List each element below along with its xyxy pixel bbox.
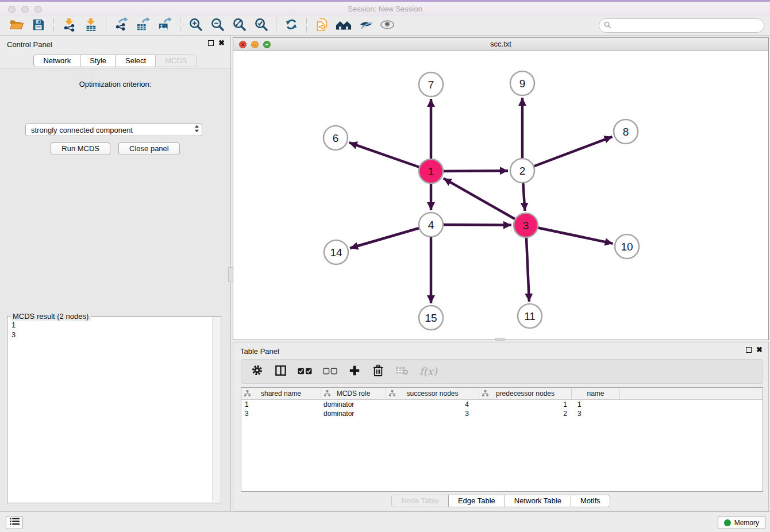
refresh-icon (284, 17, 298, 34)
tab-style[interactable]: Style (80, 55, 116, 67)
criterion-dropdown[interactable]: strongly connected component (25, 124, 202, 136)
tab-motifs[interactable]: Motifs (571, 495, 610, 507)
export-network-button[interactable] (110, 17, 132, 34)
export-image-button[interactable] (154, 17, 176, 34)
graph-node-label-2: 2 (519, 165, 526, 177)
control-panel: Control Panel ✖ NetworkStyleSelectMCDS O… (0, 36, 231, 511)
column-header-predecessor-nodes[interactable]: predecessor nodes (479, 388, 572, 399)
cell-shared-name[interactable]: 1 (241, 400, 321, 409)
toolbar-separator (180, 18, 180, 33)
task-history-button[interactable] (6, 516, 23, 529)
tab-node-table[interactable]: Node Table (391, 495, 449, 507)
graph-node-label-4: 4 (428, 219, 434, 231)
network-view-window: ✕ – + scc.txt 7968124314101511 (233, 37, 769, 340)
memory-button[interactable]: Memory (718, 516, 765, 529)
mcds-result-box: MCDS result (2 nodes) 1 3 (7, 316, 221, 503)
mcds-result-text[interactable]: 1 3 (11, 320, 210, 500)
export-table-icon (136, 17, 150, 34)
table-panel-header: Table Panel ✖ (233, 342, 768, 358)
graph-edge-3-10[interactable] (526, 225, 613, 244)
tab-network[interactable]: Network (33, 55, 80, 67)
toolbar-separator (306, 18, 307, 33)
copy-document-button[interactable] (311, 17, 333, 34)
cell-successor-nodes[interactable]: 4 (386, 400, 479, 409)
result-scrollbar[interactable] (212, 317, 220, 502)
deselect-all-columns-button[interactable] (323, 363, 337, 380)
close-panel-button[interactable]: Close panel (118, 142, 180, 155)
delete-column-button[interactable] (372, 363, 384, 380)
tab-select[interactable]: Select (116, 55, 156, 67)
column-header-shared-name[interactable]: shared name (241, 388, 321, 399)
table-row[interactable]: 3dominator323 (241, 409, 763, 418)
window-zoom-button[interactable] (34, 6, 42, 13)
import-network-button[interactable] (58, 17, 80, 34)
select-all-columns-button[interactable] (298, 363, 312, 380)
horizontal-splitter-handle[interactable] (495, 338, 505, 341)
close-panel-icon[interactable]: ✖ (218, 40, 225, 47)
zoom-selected-button[interactable] (250, 17, 272, 34)
zoom-out-button[interactable] (206, 17, 228, 34)
window-close-button[interactable] (8, 6, 16, 13)
create-column-button[interactable] (348, 363, 361, 380)
cell-predecessor-nodes[interactable]: 1 (479, 400, 572, 409)
network-minimize-button[interactable]: – (251, 41, 259, 48)
graph-edge-2-8[interactable] (522, 137, 613, 171)
export-table-button[interactable] (132, 17, 154, 34)
table-panel-title: Table Panel (240, 347, 279, 356)
zoom-fit-icon (232, 17, 247, 34)
column-label: name (587, 390, 604, 398)
tab-network-table[interactable]: Network Table (505, 495, 571, 507)
delete-table-button[interactable] (395, 363, 409, 380)
graph-edge-1-6[interactable] (349, 142, 431, 171)
tab-edge-table[interactable]: Edge Table (448, 495, 505, 507)
memory-status-icon (724, 519, 731, 526)
function-builder-button[interactable]: f(x) (419, 363, 437, 380)
zoom-fit-button[interactable] (228, 17, 250, 34)
control-panel-header: Control Panel ✖ (0, 36, 230, 53)
open-session-button[interactable] (6, 17, 28, 34)
cell-name[interactable]: 1 (572, 400, 620, 409)
network-close-button[interactable]: ✕ (239, 41, 247, 48)
cell-name[interactable]: 3 (572, 409, 620, 418)
search-input[interactable] (614, 22, 759, 30)
graph-node-label-7: 7 (428, 79, 434, 91)
import-table-button[interactable] (80, 17, 102, 34)
window-minimize-button[interactable] (21, 6, 29, 13)
table-body: 1dominator4113dominator323 (241, 400, 763, 418)
home-views-button[interactable] (333, 17, 355, 34)
cell-mcds-role[interactable]: dominator (321, 400, 386, 409)
zoom-in-button[interactable] (184, 17, 206, 34)
cell-shared-name[interactable]: 3 (241, 409, 321, 418)
table-tabs: Node TableEdge TableNetwork TableMotifs (233, 495, 768, 507)
run-mcds-button[interactable]: Run MCDS (51, 142, 110, 155)
graph-edge-3-1[interactable] (444, 178, 526, 225)
cell-predecessor-nodes[interactable]: 2 (479, 409, 572, 418)
save-session-button[interactable] (28, 17, 49, 34)
toolbar-separator (106, 18, 106, 33)
column-header-mcds-role[interactable]: MCDS role (321, 388, 386, 399)
column-header-name[interactable]: name (572, 388, 620, 399)
table-settings-button[interactable] (251, 363, 263, 380)
graph-node-label-14: 14 (330, 246, 342, 259)
double-house-icon (336, 18, 352, 34)
close-table-panel-icon[interactable]: ✖ (756, 346, 763, 353)
show-eye-button[interactable] (376, 17, 398, 34)
eye-slash-icon (359, 17, 373, 34)
table-row[interactable]: 1dominator411 (241, 400, 763, 409)
network-canvas[interactable]: 7968124314101511 (233, 52, 768, 340)
apply-layout-button[interactable] (280, 17, 302, 34)
export-image-icon (158, 17, 172, 34)
application-window: Session: New Session (0, 0, 770, 532)
float-panel-icon[interactable] (208, 40, 214, 46)
hide-eye-button[interactable] (355, 17, 376, 34)
column-header-successor-nodes[interactable]: successor nodes (386, 388, 479, 399)
cell-mcds-role[interactable]: dominator (321, 409, 386, 418)
network-maximize-button[interactable]: + (263, 41, 271, 48)
unchecked-checkboxes-icon (323, 367, 337, 377)
cell-successor-nodes[interactable]: 3 (386, 409, 479, 418)
float-table-panel-icon[interactable] (746, 347, 752, 353)
show-column-panel-button[interactable] (274, 363, 287, 380)
graph-node-label-15: 15 (425, 312, 437, 324)
tab-mcds[interactable]: MCDS (155, 55, 197, 67)
graph-node-label-11: 11 (524, 310, 536, 322)
